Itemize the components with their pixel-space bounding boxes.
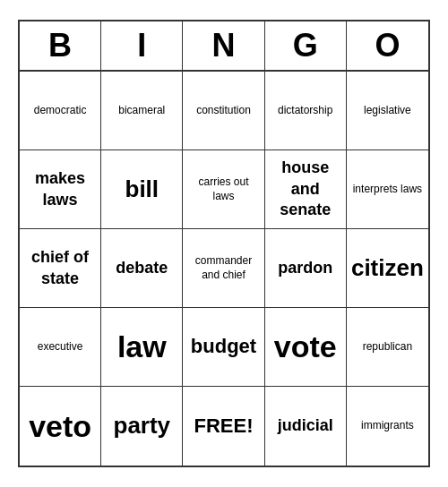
cell-text-15: executive [38,340,83,355]
bingo-cell-20[interactable]: veto [20,387,101,466]
bingo-cell-11[interactable]: debate [101,229,183,308]
cell-text-13: pardon [278,258,332,278]
bingo-cell-24[interactable]: immigrants [347,387,428,466]
bingo-cell-22[interactable]: FREE! [183,387,264,466]
header-o: O [347,21,428,70]
cell-text-2: constitution [196,104,251,118]
bingo-cell-21[interactable]: party [101,387,183,466]
cell-text-16: law [117,327,167,366]
bingo-cell-2[interactable]: constitution [183,72,264,150]
bingo-cell-16[interactable]: law [101,308,183,387]
cell-text-1: bicameral [118,104,165,118]
header-b: B [20,21,101,70]
bingo-cell-18[interactable]: vote [265,308,347,387]
header-g: G [265,21,347,70]
bingo-cell-6[interactable]: bill [101,150,183,229]
bingo-cell-3[interactable]: dictatorship [265,72,347,150]
bingo-cell-5[interactable]: makes laws [20,150,101,229]
bingo-cell-15[interactable]: executive [20,308,101,387]
cell-text-21: party [114,411,171,441]
cell-text-7: carries out laws [186,175,260,203]
bingo-cell-17[interactable]: budget [183,308,264,387]
cell-text-17: budget [191,334,256,360]
bingo-card: B I N G O democraticbicameralconstitutio… [18,20,430,467]
cell-text-23: judicial [278,415,333,436]
bingo-cell-13[interactable]: pardon [265,229,347,308]
cell-text-4: legislative [364,104,411,118]
cell-text-5: makes laws [23,168,97,210]
bingo-cell-12[interactable]: commander and chief [183,229,264,308]
cell-text-24: immigrants [361,419,414,433]
cell-text-3: dictatorship [278,104,332,118]
bingo-cell-4[interactable]: legislative [347,72,428,150]
cell-text-19: republican [363,340,412,355]
bingo-cell-1[interactable]: bicameral [101,72,183,150]
bingo-cell-10[interactable]: chief of state [20,229,101,308]
cell-text-6: bill [125,175,159,205]
bingo-cell-0[interactable]: democratic [20,72,101,150]
cell-text-9: interprets laws [353,183,422,197]
bingo-grid: democraticbicameralconstitutiondictators… [20,72,428,466]
bingo-cell-7[interactable]: carries out laws [183,150,264,229]
bingo-cell-23[interactable]: judicial [265,387,347,466]
cell-text-11: debate [116,258,168,278]
bingo-cell-8[interactable]: house and senate [265,150,347,229]
cell-text-18: vote [274,327,337,366]
bingo-cell-19[interactable]: republican [347,308,428,387]
cell-text-14: citizen [351,253,424,284]
cell-text-12: commander and chief [186,254,260,282]
cell-text-22: FREE! [194,414,253,440]
header-n: N [183,21,264,70]
cell-text-8: house and senate [269,158,342,220]
cell-text-20: veto [29,406,91,446]
bingo-header: B I N G O [20,21,428,72]
header-i: I [101,21,183,70]
cell-text-10: chief of state [23,247,97,289]
bingo-cell-9[interactable]: interprets laws [347,150,428,229]
bingo-cell-14[interactable]: citizen [347,229,428,308]
cell-text-0: democratic [34,104,87,118]
